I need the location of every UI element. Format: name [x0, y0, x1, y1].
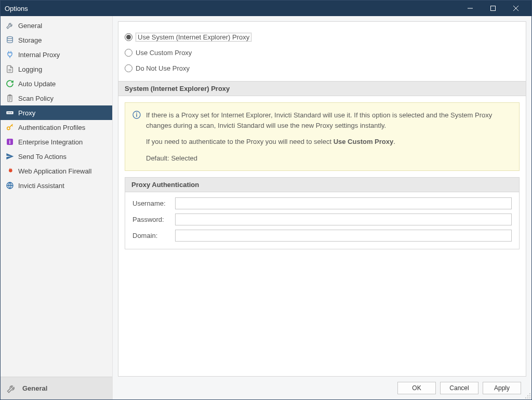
sidebar-item-label: Scan Policy [18, 95, 54, 102]
sidebar-item-general[interactable]: General [1, 18, 112, 33]
svg-point-18 [529, 393, 530, 394]
info-default: Default: Selected [146, 153, 511, 164]
svg-text:i: i [9, 139, 11, 145]
document-icon [6, 65, 14, 73]
close-button[interactable] [504, 1, 527, 16]
sidebar-item-storage[interactable]: Storage [1, 33, 112, 47]
globe-icon [6, 181, 14, 190]
window-title: Options [5, 5, 459, 12]
minimize-button[interactable] [459, 1, 482, 16]
sidebar-item-assistant[interactable]: Invicti Assistant [1, 178, 112, 193]
content-panel: Use System (Internet Explorer) Proxy Use… [118, 21, 526, 377]
proxy-auth-section: Proxy Authentication Username: Password:… [125, 177, 520, 249]
svg-point-11 [7, 127, 10, 129]
cancel-button[interactable]: Cancel [440, 382, 478, 394]
sidebar-item-label: General [18, 22, 42, 30]
svg-point-10 [11, 112, 12, 113]
dialog-footer: OK Cancel Apply [118, 377, 526, 399]
wrench-icon [6, 21, 14, 30]
info-line1: If there is a Proxy set for Internet Exp… [146, 110, 511, 130]
clipboard-icon [6, 94, 14, 102]
sidebar-item-label: Authentication Profiles [18, 124, 85, 131]
radio-system-proxy[interactable] [125, 33, 132, 41]
sidebar-item-internal-proxy[interactable]: Internal Proxy [1, 47, 112, 62]
sidebar-list: GeneralStorageInternal ProxyLoggingAuto … [1, 16, 112, 377]
domain-input[interactable] [175, 230, 512, 242]
radio-no-proxy[interactable] [125, 64, 132, 72]
svg-point-21 [527, 395, 528, 396]
sidebar-footer[interactable]: General [1, 377, 112, 399]
domain-label: Domain: [132, 232, 169, 239]
svg-point-8 [8, 112, 9, 113]
sync-icon [6, 79, 14, 88]
info-icon [132, 111, 141, 119]
sidebar-item-send-to[interactable]: Send To Actions [1, 149, 112, 164]
radio-custom-proxy-label[interactable]: Use Custom Proxy [136, 49, 192, 57]
svg-rect-17 [136, 114, 137, 117]
sidebar-item-auth-profiles[interactable]: Authentication Profiles [1, 120, 112, 135]
proxy-icon [6, 109, 14, 117]
sidebar-item-auto-update[interactable]: Auto Update [1, 76, 112, 91]
svg-point-22 [527, 397, 528, 398]
svg-point-19 [529, 395, 530, 396]
flame-icon [6, 167, 14, 175]
cube-icon: i [6, 138, 14, 146]
sidebar-item-label: Enterprise Integration [18, 138, 83, 146]
sidebar-item-label: Proxy [18, 109, 35, 117]
proxy-mode-radios: Use System (Internet Explorer) Proxy Use… [118, 22, 526, 81]
sidebar-item-scan-policy[interactable]: Scan Policy [1, 91, 112, 105]
wrench-icon [6, 383, 17, 394]
svg-point-23 [525, 397, 526, 398]
resize-grip-icon[interactable] [525, 393, 531, 399]
plug-icon [6, 50, 14, 59]
info-line2: If you need to authenticate to the Proxy… [146, 137, 511, 147]
storage-icon [6, 36, 14, 44]
proxy-auth-header: Proxy Authentication [125, 178, 519, 192]
svg-point-16 [136, 113, 137, 114]
password-input[interactable] [175, 214, 512, 225]
send-icon [6, 152, 14, 161]
sidebar-item-label: Storage [18, 36, 42, 44]
radio-system-proxy-label[interactable]: Use System (Internet Explorer) Proxy [136, 33, 251, 42]
ok-button[interactable]: OK [397, 382, 436, 394]
sidebar-item-label: Internal Proxy [18, 51, 60, 59]
info-text: If there is a Proxy set for Internet Exp… [146, 110, 511, 163]
sidebar-item-label: Logging [18, 65, 42, 73]
sidebar-item-proxy[interactable]: Proxy [1, 105, 112, 120]
key-icon [6, 123, 14, 131]
svg-point-9 [9, 112, 10, 113]
sidebar-item-enterprise[interactable]: iEnterprise Integration [1, 135, 112, 149]
sidebar-item-label: Send To Actions [18, 153, 66, 161]
sidebar-item-label: Invicti Assistant [18, 182, 64, 190]
svg-point-4 [7, 36, 13, 38]
system-proxy-section-header: System (Internet Explorer) Proxy [118, 81, 526, 96]
sidebar-item-logging[interactable]: Logging [1, 62, 112, 76]
radio-custom-proxy[interactable] [125, 49, 132, 57]
sidebar-item-label: Auto Update [18, 80, 56, 88]
titlebar: Options [1, 1, 531, 16]
apply-button[interactable]: Apply [483, 382, 521, 394]
sidebar-item-waf[interactable]: Web Application Firewall [1, 164, 112, 178]
username-label: Username: [132, 199, 169, 207]
maximize-button[interactable] [482, 1, 504, 16]
svg-point-20 [529, 397, 530, 398]
main-area: Use System (Internet Explorer) Proxy Use… [113, 16, 531, 399]
password-label: Password: [132, 216, 169, 223]
sidebar-item-label: Web Application Firewall [18, 167, 91, 175]
sidebar-footer-label: General [22, 384, 47, 392]
svg-rect-1 [491, 6, 496, 11]
username-input[interactable] [175, 197, 512, 209]
info-box: If there is a Proxy set for Internet Exp… [125, 102, 520, 171]
radio-no-proxy-label[interactable]: Do Not Use Proxy [136, 64, 190, 72]
sidebar: GeneralStorageInternal ProxyLoggingAuto … [1, 16, 113, 399]
